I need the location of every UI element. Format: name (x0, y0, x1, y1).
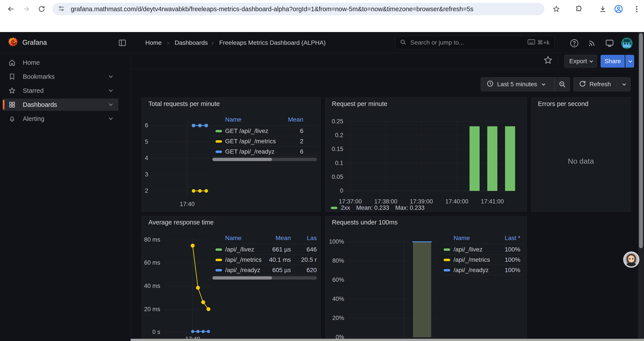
forward-icon[interactable] (22, 4, 31, 14)
active-indicator (3, 100, 4, 110)
sidebar-item-alerting[interactable]: Alerting (3, 113, 118, 125)
legend-divider (212, 265, 317, 265)
y-axis-label: 0 (308, 187, 343, 194)
y-axis-label: 0.1 (308, 160, 343, 167)
y-axis-label: 0.2 (308, 132, 343, 139)
grafana-app: Grafana Home › Dashboards › Freeleaps Me… (0, 32, 644, 341)
chevron-down-icon (109, 102, 113, 106)
export-button[interactable]: Export (564, 55, 597, 68)
legend-value: 100% (472, 246, 520, 253)
breadcrumb-home[interactable]: Home (145, 39, 162, 46)
y-axis-label: 60% (309, 276, 344, 283)
series-chip (216, 140, 222, 143)
chevron-down-icon (109, 88, 113, 92)
refresh-interval-button[interactable] (617, 77, 631, 91)
y-axis-label: 6 (113, 122, 148, 129)
panel-total-requests: Total requests per minute 6543217:40Name… (142, 97, 321, 212)
zoom-out-button[interactable] (554, 77, 570, 91)
dashboards-icon (8, 101, 16, 108)
legend-header-value: Mean (255, 116, 303, 123)
series-chip (444, 248, 450, 251)
downloads-icon[interactable] (598, 4, 608, 14)
sidebar-item-bookmarks[interactable]: Bookmarks (3, 71, 118, 83)
star-icon (8, 87, 16, 94)
legend-scrollbar-thumb[interactable] (212, 276, 272, 279)
y-axis-label: 40% (309, 295, 344, 302)
time-range-picker[interactable]: Last 5 minutes (481, 77, 554, 91)
x-axis-label: 17:37:00 (330, 198, 370, 205)
legend-scrollbar-thumb[interactable] (212, 158, 272, 161)
panel-title[interactable]: Errors per second (538, 100, 588, 108)
favorite-star-icon[interactable] (543, 55, 553, 66)
series-chip (216, 130, 222, 132)
toolbar-separator (558, 58, 558, 65)
x-axis-label: 17:40:00 (437, 198, 476, 205)
sidebar-toggle-icon[interactable] (118, 39, 126, 47)
toolbar-divider (131, 69, 644, 69)
y-axis-label: 20% (309, 315, 344, 321)
series-chip (216, 269, 222, 271)
floating-assistant-avatar[interactable] (623, 251, 640, 268)
grafana-top-nav: Grafana Home › Dashboards › Freeleaps Me… (0, 32, 644, 53)
y-axis-label: 80% (309, 257, 344, 264)
series-chip (444, 269, 450, 271)
reload-icon[interactable] (37, 4, 46, 14)
y-axis-label: 80 ms (125, 236, 160, 243)
legend-value: 100% (472, 256, 520, 263)
share-menu-button[interactable] (625, 55, 634, 68)
alerting-bell-icon (8, 115, 16, 122)
extensions-icon[interactable] (574, 4, 584, 14)
sidebar-item-dashboards[interactable]: Dashboards (3, 99, 118, 111)
home-icon (8, 59, 16, 66)
time-range-label: Last 5 minutes (497, 81, 537, 88)
address-bar[interactable]: grafana.mathmast.com/d/deytv4rwavabkb/fr… (52, 3, 544, 15)
news-rss-icon[interactable] (586, 38, 597, 49)
legend-header-name: Name (225, 235, 242, 242)
legend-divider (212, 156, 317, 157)
legend-divider (212, 275, 317, 275)
refresh-label: Refresh (590, 81, 611, 88)
sidebar-item-home[interactable]: Home (3, 56, 118, 69)
search-input[interactable]: Search or jump to... ⌘+k (395, 36, 554, 49)
display-kiosk-icon[interactable] (604, 38, 615, 49)
legend-header-value: Last * (472, 235, 520, 242)
browser-toolbar: grafana.mathmast.com/d/deytv4rwavabkb/fr… (0, 0, 644, 18)
chevron-down-icon (622, 82, 626, 86)
series-chip (444, 259, 450, 261)
breadcrumb-dashboards[interactable]: Dashboards (175, 39, 208, 46)
search-placeholder: Search or jump to... (410, 39, 528, 46)
y-axis-label: 4 (113, 155, 148, 162)
chart-canvas (325, 98, 527, 212)
chevron-down-icon (109, 74, 113, 78)
legend-divider (212, 244, 317, 244)
sidebar: Home Bookmarks Starred Dashboards Alerti (0, 53, 131, 341)
series-chip (216, 248, 222, 251)
y-axis-label: 3 (113, 171, 148, 178)
user-avatar[interactable] (621, 38, 632, 49)
page-scrollbar-thumb[interactable] (639, 33, 643, 248)
keyboard-icon (528, 39, 535, 46)
profile-avatar-icon[interactable] (614, 4, 624, 14)
breadcrumb-sep-icon: › (212, 39, 214, 46)
share-button[interactable]: Share (600, 55, 625, 68)
y-axis-label: 20 ms (125, 306, 160, 313)
horizontal-scrollbar[interactable] (131, 339, 644, 341)
grafana-logo-icon[interactable] (8, 37, 19, 48)
help-icon[interactable] (569, 38, 580, 49)
legend-value: 620 (268, 267, 317, 274)
x-axis-label: 17:38:00 (366, 198, 406, 205)
legend-divider (442, 244, 524, 244)
legend-header-name: Name (225, 116, 242, 123)
sidebar-item-starred[interactable]: Starred (3, 85, 118, 97)
bookmark-star-icon[interactable] (552, 4, 561, 14)
refresh-button[interactable]: Refresh (574, 77, 616, 91)
bookmarks-bar: Freeleaps 收藏博客 (0, 18, 644, 32)
panel-request-per-minute: Request per minute 2xx Mean: 0.233 Max: … (325, 97, 527, 212)
back-icon[interactable] (6, 4, 16, 14)
series-chip (216, 259, 222, 261)
breadcrumb-current: Freeleaps Metrics Dashboard (ALPHA) (219, 39, 326, 46)
site-settings-icon[interactable] (58, 5, 65, 13)
legend-divider (442, 275, 524, 275)
browser-menu-icon[interactable] (632, 4, 641, 14)
brand-name[interactable]: Grafana (22, 39, 47, 47)
